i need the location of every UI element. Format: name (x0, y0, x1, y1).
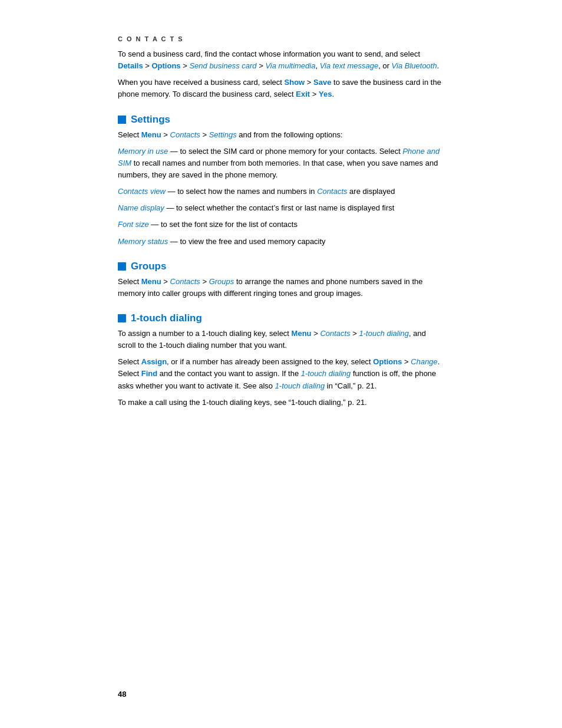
memory-status-label: Memory status (118, 237, 168, 246)
groups-groups-link: Groups (209, 277, 234, 286)
onetouch-p2-after2: in “Call,” p. 21. (325, 381, 376, 390)
page-number: 48 (118, 690, 126, 699)
settings-intro: Select Menu > Contacts > Settings and fr… (118, 129, 444, 141)
bc-para2-text1: When you have received a business card, … (118, 78, 285, 87)
settings-header: Settings (118, 114, 444, 126)
onetouch-p1-before: To assign a number to a 1-touch dialing … (118, 329, 292, 338)
period1: . (437, 61, 439, 70)
groups-contacts-link: Contacts (170, 277, 200, 286)
exit-link: Exit (296, 90, 310, 98)
memory-status-para: Memory status — to view the free and use… (118, 236, 444, 248)
save-link: Save (313, 78, 331, 87)
comma2: , or (378, 61, 391, 70)
name-display-label: Name display (118, 203, 164, 212)
onetouch-icon (118, 314, 126, 322)
contacts-view-text1: to select how the names and numbers in (177, 187, 317, 196)
name-display-dash: — (164, 203, 176, 212)
settings-intro-after: and from the following options: (237, 130, 343, 139)
memory-in-use-dash: — (168, 147, 180, 156)
memory-status-text: to view the free and used memory capacit… (180, 237, 325, 246)
onetouch-options-link: Options (373, 357, 402, 366)
name-display-para: Name display — to select whether the con… (118, 202, 444, 214)
settings-menu-link: Menu (141, 130, 161, 139)
page: C o n t a c t s To send a business card,… (0, 0, 562, 728)
memory-in-use-label: Memory in use (118, 147, 168, 156)
onetouch-find-link: Find (141, 369, 157, 378)
settings-gt2: > (200, 130, 209, 139)
memory-in-use-text2: to recall names and number from both mem… (118, 159, 438, 179)
send-business-card-link: Send business card (189, 61, 256, 70)
onetouch-p1-gt2: > (351, 329, 359, 338)
settings-contacts-link: Contacts (170, 130, 200, 139)
onetouch-header: 1-touch dialing (118, 312, 444, 324)
groups-gt2: > (200, 277, 209, 286)
onetouch-p2-onetouch-link: 1-touch dialing (301, 369, 351, 378)
contacts-view-text2: are displayed (348, 187, 395, 196)
gt3: > (257, 61, 266, 70)
bc-period: . (332, 90, 334, 98)
groups-menu-link: Menu (141, 277, 161, 286)
onetouch-para1: To assign a number to a 1-touch dialing … (118, 328, 444, 351)
onetouch-change-link: Change (411, 357, 438, 366)
send-bc-text1: To send a business card, find the contac… (118, 50, 420, 58)
onetouch-p2-mid3: and the contact you want to assign. If t… (157, 369, 301, 378)
options-link: Options (151, 61, 180, 70)
memory-status-dash: — (168, 237, 180, 246)
name-display-text: to select whether the contact’s first or… (176, 203, 394, 212)
via-bluetooth-link: Via Bluetooth (392, 61, 437, 70)
send-business-card-para1: To send a business card, find the contac… (118, 48, 444, 72)
yes-link: Yes (319, 90, 332, 98)
send-business-card-para2: When you have received a business card, … (118, 77, 444, 100)
onetouch-menu-link: Menu (292, 329, 312, 338)
onetouch-p2-mid1: , or if a number has already been assign… (167, 357, 373, 366)
onetouch-para3: To make a call using the 1-touch dialing… (118, 397, 444, 409)
onetouch-assign-link: Assign (141, 357, 167, 366)
settings-settings-link: Settings (209, 130, 237, 139)
groups-icon (118, 262, 126, 271)
contacts-section-label: C o n t a c t s (118, 35, 444, 42)
groups-title: Groups (131, 261, 166, 272)
contacts-view-contacts-link: Contacts (317, 187, 347, 196)
onetouch-p2-before: Select (118, 357, 141, 366)
font-size-text: to set the font size for the list of con… (161, 220, 297, 229)
show-link: Show (285, 78, 305, 87)
gt1: > (143, 61, 152, 70)
onetouch-onetouch-link: 1-touch dialing (359, 329, 409, 338)
via-text-link: Via text message (320, 61, 378, 70)
contacts-view-label: Contacts view (118, 187, 166, 196)
bc-gt2: > (310, 90, 319, 98)
contacts-view-dash: — (166, 187, 177, 196)
onetouch-contacts-link: Contacts (320, 329, 350, 338)
groups-para: Select Menu > Contacts > Groups to arran… (118, 276, 444, 299)
font-size-label: Font size (118, 220, 149, 229)
settings-gt1: > (161, 130, 170, 139)
bc-gt1: > (305, 78, 313, 87)
settings-icon (118, 116, 126, 124)
memory-in-use-text1: to select the SIM card or phone memory f… (180, 147, 402, 156)
groups-header: Groups (118, 261, 444, 272)
onetouch-p2-onetouch2-link: 1-touch dialing (275, 381, 325, 390)
settings-title: Settings (131, 114, 170, 126)
onetouch-p1-gt1: > (312, 329, 320, 338)
details-link: Details (118, 61, 143, 70)
onetouch-p2-gt1: > (402, 357, 411, 366)
comma1: , (315, 61, 319, 70)
groups-gt1: > (161, 277, 170, 286)
onetouch-para2: Select Assign, or if a number has alread… (118, 356, 444, 391)
settings-intro-before: Select (118, 130, 141, 139)
memory-in-use-para: Memory in use — to select the SIM card o… (118, 146, 444, 181)
contacts-view-para: Contacts view — to select how the names … (118, 186, 444, 197)
groups-before: Select (118, 277, 141, 286)
gt2: > (181, 61, 190, 70)
via-multimedia-link: Via multimedia (265, 61, 315, 70)
onetouch-title: 1-touch dialing (131, 312, 202, 324)
font-size-dash: — (149, 220, 161, 229)
font-size-para: Font size — to set the font size for the… (118, 219, 444, 230)
